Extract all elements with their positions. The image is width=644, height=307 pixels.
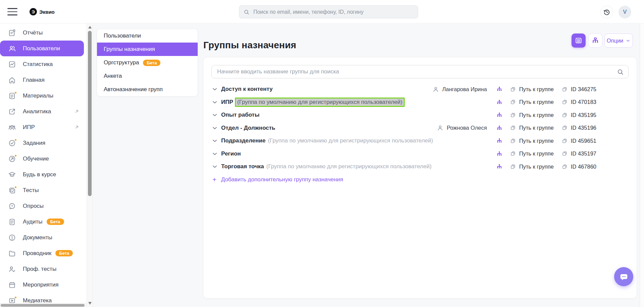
copy-icon[interactable] bbox=[510, 112, 516, 118]
sidebar-item-surveys[interactable]: ?Опросы bbox=[0, 198, 84, 214]
org-tree-icon[interactable] bbox=[496, 150, 503, 157]
group-name[interactable]: Подразделение bbox=[221, 137, 265, 144]
org-tree-icon[interactable] bbox=[496, 86, 503, 93]
sidebar-item-folder[interactable]: ПроводникБета bbox=[0, 245, 84, 261]
vertical-scrollbar-thumb[interactable] bbox=[88, 31, 92, 196]
scroll-down-arrow[interactable] bbox=[87, 300, 93, 306]
list-view-button[interactable] bbox=[572, 34, 586, 48]
sidebar-item-tasks[interactable]: Задания bbox=[0, 135, 84, 151]
group-path-link[interactable]: Путь к группе bbox=[510, 164, 554, 170]
grad-cap-icon bbox=[8, 171, 16, 179]
sidebar-item-audits[interactable]: АудитыБета bbox=[0, 214, 84, 230]
horizontal-scrollbar-thumb[interactable] bbox=[1, 304, 85, 307]
subnav-item-2[interactable]: Группы назначения bbox=[97, 43, 198, 56]
group-name[interactable]: Доступ к контенту bbox=[221, 86, 273, 93]
tree-view-button[interactable] bbox=[588, 34, 602, 48]
sidebar-item-prof-tests[interactable]: Проф. тесты bbox=[0, 261, 84, 277]
org-tree-icon[interactable] bbox=[496, 112, 503, 118]
group-name[interactable]: Торговая точка bbox=[221, 163, 264, 170]
app-logo[interactable]: Э Эквио bbox=[30, 8, 55, 15]
global-search[interactable] bbox=[239, 5, 418, 18]
subnav-item-1[interactable]: Пользователи bbox=[97, 29, 198, 43]
sidebar-item-calendar[interactable]: Мероприятия bbox=[0, 277, 84, 293]
plus-icon: + bbox=[212, 176, 216, 183]
notification-dot bbox=[14, 186, 17, 189]
hamburger-menu-icon[interactable] bbox=[7, 8, 17, 15]
stats-icon bbox=[8, 60, 16, 68]
sidebar-item-tests[interactable]: Тесты bbox=[0, 182, 84, 198]
chevron-down-icon[interactable] bbox=[211, 137, 218, 144]
group-path-link[interactable]: Путь к группе bbox=[510, 112, 554, 118]
users-icon bbox=[8, 45, 16, 53]
subnav-item-3[interactable]: ОргструктураБета bbox=[97, 56, 198, 69]
chat-button[interactable] bbox=[614, 267, 633, 286]
add-group-link[interactable]: + Добавить дополнительную группу назначе… bbox=[211, 173, 629, 186]
sidebar-item-media[interactable]: Медиатека bbox=[0, 293, 84, 303]
copy-icon[interactable] bbox=[561, 86, 568, 93]
sidebar-item-grad-cap[interactable]: Будь в курсе bbox=[0, 167, 84, 182]
copy-icon[interactable] bbox=[561, 112, 568, 118]
sidebar-item-home[interactable]: Главная bbox=[0, 72, 84, 88]
ipr-icon bbox=[8, 123, 16, 131]
group-name[interactable]: ИПР bbox=[221, 99, 233, 106]
copy-icon[interactable] bbox=[510, 99, 516, 105]
subnav-item-4[interactable]: Анкета bbox=[97, 69, 198, 83]
sidebar-item-materials[interactable]: Материалы bbox=[0, 88, 84, 104]
copy-icon[interactable] bbox=[510, 86, 516, 93]
org-tree-icon[interactable] bbox=[496, 125, 503, 131]
chevron-down-icon[interactable] bbox=[211, 112, 218, 118]
copy-icon[interactable] bbox=[510, 125, 516, 131]
group-search[interactable] bbox=[211, 65, 629, 78]
copy-icon[interactable] bbox=[510, 150, 516, 157]
sidebar-item-analytics[interactable]: Аналитика bbox=[0, 104, 84, 119]
copy-icon[interactable] bbox=[561, 125, 568, 131]
sidebar-item-documents[interactable]: Документы bbox=[0, 230, 84, 245]
surveys-icon: ? bbox=[8, 202, 16, 210]
org-tree-icon[interactable] bbox=[496, 163, 503, 170]
user-avatar[interactable]: V bbox=[618, 6, 631, 18]
chevron-down-icon[interactable] bbox=[211, 163, 218, 170]
window-scrollbar-track[interactable] bbox=[640, 23, 644, 307]
group-path-link[interactable]: Путь к группе bbox=[510, 150, 554, 157]
home-icon bbox=[8, 76, 16, 84]
materials-icon bbox=[8, 92, 16, 100]
beta-badge: Бета bbox=[143, 60, 160, 66]
sidebar-item-stats[interactable]: Статистика bbox=[0, 56, 84, 72]
search-icon[interactable] bbox=[617, 68, 624, 75]
group-path-link[interactable]: Путь к группе bbox=[510, 99, 554, 105]
copy-icon[interactable] bbox=[510, 164, 516, 170]
group-name[interactable]: Опыт работы bbox=[221, 112, 259, 118]
sidebar-item-ipr[interactable]: ИПР bbox=[0, 119, 84, 135]
vertical-scrollbar[interactable] bbox=[87, 23, 93, 307]
copy-icon[interactable] bbox=[510, 138, 516, 144]
scroll-up-arrow[interactable] bbox=[87, 24, 93, 30]
group-default-note: (Группа по умолчанию для регистрирующихс… bbox=[266, 163, 432, 170]
copy-icon[interactable] bbox=[561, 99, 568, 105]
copy-icon[interactable] bbox=[561, 138, 568, 144]
horizontal-scrollbar[interactable] bbox=[0, 303, 87, 307]
global-search-input[interactable] bbox=[253, 9, 414, 15]
group-path-link[interactable]: Путь к группе bbox=[510, 138, 554, 144]
audits-icon bbox=[8, 218, 16, 226]
group-search-input[interactable] bbox=[216, 68, 613, 75]
group-name[interactable]: Отдел - Должность bbox=[221, 125, 275, 131]
copy-icon[interactable] bbox=[561, 164, 568, 170]
chevron-down-icon[interactable] bbox=[211, 125, 218, 131]
chevron-down-icon[interactable] bbox=[211, 99, 218, 106]
group-name[interactable]: Регион bbox=[221, 150, 241, 157]
org-tree-icon[interactable] bbox=[496, 99, 503, 106]
learning-icon bbox=[8, 155, 16, 163]
sidebar-item-learning[interactable]: Обучение bbox=[0, 151, 84, 167]
group-path-link[interactable]: Путь к группе bbox=[510, 125, 554, 131]
group-path-link[interactable]: Путь к группе bbox=[510, 86, 554, 93]
options-button[interactable]: Опции bbox=[604, 34, 633, 48]
sidebar-item-users[interactable]: Пользователи bbox=[0, 41, 84, 56]
history-button[interactable] bbox=[600, 6, 613, 18]
org-tree-icon[interactable] bbox=[496, 137, 503, 144]
copy-icon[interactable] bbox=[561, 150, 568, 157]
chevron-down-icon[interactable] bbox=[211, 86, 218, 93]
person-icon bbox=[432, 86, 439, 93]
sidebar-item-report[interactable]: Отчёты bbox=[0, 25, 84, 41]
chevron-down-icon[interactable] bbox=[211, 150, 218, 157]
subnav-item-5[interactable]: Автоназначение групп bbox=[97, 83, 198, 96]
